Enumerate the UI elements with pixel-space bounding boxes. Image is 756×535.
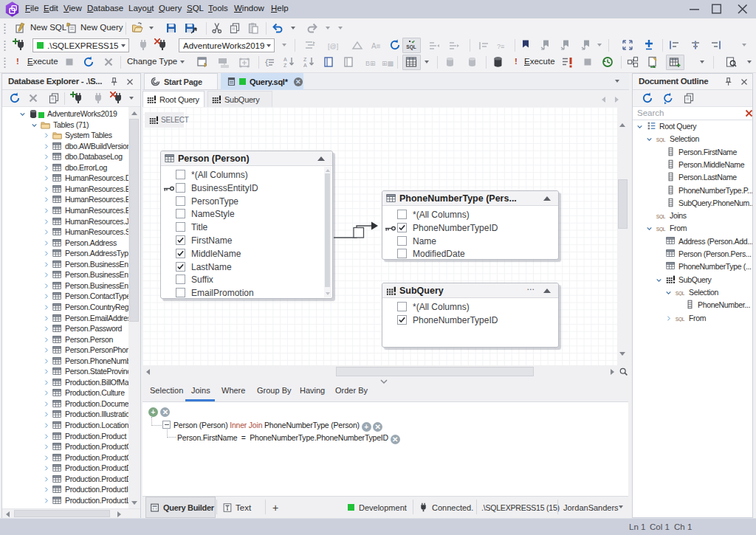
svg-text:?≡: ?≡ [497, 43, 504, 50]
svg-text:A≡: A≡ [371, 42, 381, 50]
svg-text:[@]: [@] [328, 43, 338, 50]
svg-text:⊞▩: ⊞▩ [382, 60, 394, 67]
svg-text:B⊞: B⊞ [365, 60, 376, 67]
svg-text:A: A [303, 63, 307, 68]
svg-text:Z: Z [303, 57, 307, 62]
